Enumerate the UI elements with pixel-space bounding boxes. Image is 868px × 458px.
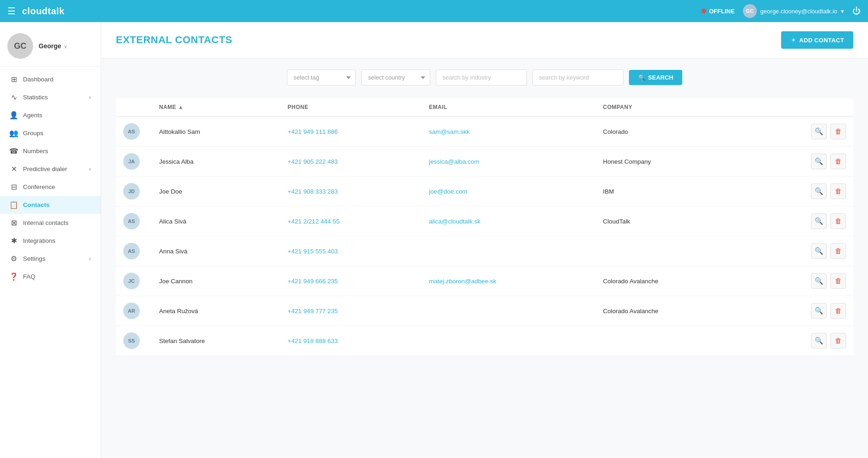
- contact-phone[interactable]: +421 905 222 483: [288, 158, 338, 165]
- contact-delete-button[interactable]: 🗑: [830, 183, 846, 199]
- contact-phone[interactable]: +421 949 111 886: [288, 128, 338, 135]
- contact-actions-cell: 🔍 🗑: [744, 116, 853, 147]
- sidebar-item-dashboard[interactable]: ⊞ Dashboard: [0, 70, 101, 88]
- power-button[interactable]: ⏻: [852, 6, 861, 16]
- contact-search-button[interactable]: 🔍: [811, 183, 827, 199]
- contact-phone[interactable]: +421 915 555 403: [288, 248, 338, 255]
- status-label: OFFLINE: [709, 8, 735, 15]
- contact-search-button[interactable]: 🔍: [811, 333, 827, 349]
- keyword-search-input[interactable]: [532, 69, 623, 86]
- contact-email-cell: alica@cloudtalk.sk: [422, 206, 596, 236]
- sidebar-item-predictive-dialer[interactable]: ✕ Predictive dialer ∨: [0, 160, 101, 178]
- table-row: JC Joe Cannon +421 949 666 235 matej.zbo…: [116, 266, 853, 296]
- internal-contacts-icon: ⊠: [9, 218, 18, 227]
- contact-delete-button[interactable]: 🗑: [830, 273, 846, 289]
- contact-name-cell: Anna Sivá: [152, 236, 280, 266]
- contact-name-cell: Jessica Alba: [152, 147, 280, 177]
- contact-email[interactable]: matej.zboron@adbee.sk: [429, 278, 497, 285]
- status-dot: [702, 9, 706, 13]
- contacts-tbody: AS Aittokallio Sam +421 949 111 886 sam@…: [116, 116, 853, 356]
- contact-phone[interactable]: +421 2/212 444 55: [288, 218, 340, 225]
- contact-avatar: AS: [123, 123, 140, 140]
- topbar-avatar: GC: [743, 4, 757, 18]
- th-name: NAME ▲: [152, 98, 280, 116]
- industry-search-input[interactable]: [436, 69, 527, 86]
- nav-caret-statistics: ∨: [88, 95, 91, 100]
- sidebar-item-groups[interactable]: 👥 Groups: [0, 124, 101, 142]
- contact-search-button[interactable]: 🔍: [811, 243, 827, 259]
- contact-delete-button[interactable]: 🗑: [830, 154, 846, 169]
- nav-label-groups: Groups: [23, 130, 43, 137]
- contact-email-cell: jessica@alba.com: [422, 147, 596, 177]
- agents-icon: 👤: [9, 111, 18, 120]
- user-menu[interactable]: GC george.clooney@cloudtalk.io ▾: [743, 4, 844, 18]
- contact-email[interactable]: jessica@alba.com: [429, 158, 480, 165]
- nav-label-statistics: Statistics: [23, 94, 48, 101]
- table-row: JA Jessica Alba +421 905 222 483 jessica…: [116, 147, 853, 177]
- th-company: COMPANY: [595, 98, 744, 116]
- menu-icon[interactable]: ☰: [7, 6, 16, 17]
- sidebar-item-statistics[interactable]: ∿ Statistics ∨: [0, 88, 101, 106]
- sidebar-item-contacts[interactable]: 📋 Contacts: [0, 196, 101, 214]
- contact-delete-button[interactable]: 🗑: [830, 124, 846, 139]
- contact-email[interactable]: sam@sam.skk: [429, 128, 470, 135]
- contact-avatar-cell: SS: [116, 326, 152, 356]
- contact-email[interactable]: alica@cloudtalk.sk: [429, 218, 480, 225]
- contact-search-button[interactable]: 🔍: [811, 303, 827, 319]
- contact-name-cell: Alica Sivá: [152, 206, 280, 236]
- nav-label-internal-contacts: Internal contacts: [23, 219, 69, 226]
- user-caret-icon: ▾: [841, 8, 844, 15]
- contact-email-cell: [422, 236, 596, 266]
- tag-filter[interactable]: select tag: [287, 69, 356, 86]
- contact-avatar: SS: [123, 332, 140, 349]
- th-avatar: [116, 98, 152, 116]
- contact-company-cell: [595, 326, 744, 356]
- contact-delete-button[interactable]: 🗑: [830, 333, 846, 349]
- table-row: AS Aittokallio Sam +421 949 111 886 sam@…: [116, 116, 853, 147]
- contact-phone[interactable]: +421 949 777 235: [288, 308, 338, 315]
- contact-avatar-cell: JC: [116, 266, 152, 296]
- search-button[interactable]: 🔍 SEARCH: [629, 70, 683, 85]
- country-filter[interactable]: select country: [361, 69, 430, 86]
- contact-actions-cell: 🔍 🗑: [744, 147, 853, 177]
- sidebar-item-agents[interactable]: 👤 Agents: [0, 106, 101, 124]
- contact-delete-button[interactable]: 🗑: [830, 303, 846, 319]
- contact-phone[interactable]: +421 918 888 633: [288, 338, 338, 344]
- contact-actions-cell: 🔍 🗑: [744, 326, 853, 356]
- contact-avatar-cell: AR: [116, 296, 152, 326]
- table-header-row: NAME ▲ PHONE EMAIL COMPANY: [116, 98, 853, 116]
- contact-email-cell: joe@doe.com: [422, 177, 596, 206]
- sidebar-item-internal-contacts[interactable]: ⊠ Internal contacts: [0, 214, 101, 232]
- sidebar-item-settings[interactable]: ⚙ Settings ∨: [0, 250, 101, 268]
- contact-name-cell: Aneta Ružová: [152, 296, 280, 326]
- contact-phone[interactable]: +421 949 666 235: [288, 278, 338, 285]
- contact-search-button[interactable]: 🔍: [811, 213, 827, 229]
- contact-search-button[interactable]: 🔍: [811, 273, 827, 289]
- table-row: SS Stefan Salvatore +421 918 888 633 🔍 🗑: [116, 326, 853, 356]
- topbar-right: OFFLINE GC george.clooney@cloudtalk.io ▾…: [702, 4, 861, 18]
- contact-avatar-cell: AS: [116, 116, 152, 147]
- contact-delete-button[interactable]: 🗑: [830, 213, 846, 229]
- layout: GC George ∨ ⊞ Dashboard ∿ Statistics ∨ 👤…: [0, 22, 868, 458]
- integrations-icon: ✱: [9, 236, 18, 245]
- contact-email-cell: matej.zboron@adbee.sk: [422, 266, 596, 296]
- sidebar-item-numbers[interactable]: ☎ Numbers: [0, 142, 101, 160]
- contact-phone[interactable]: +421 908 333 283: [288, 188, 338, 195]
- sidebar-item-conference[interactable]: ⊟ Conference: [0, 178, 101, 196]
- contact-phone-cell: +421 905 222 483: [280, 147, 422, 177]
- nav-label-integrations: Integrations: [23, 237, 56, 244]
- contact-name-cell: Joe Cannon: [152, 266, 280, 296]
- sidebar-item-integrations[interactable]: ✱ Integrations: [0, 232, 101, 250]
- contact-delete-button[interactable]: 🗑: [830, 243, 846, 259]
- th-phone: PHONE: [280, 98, 422, 116]
- contact-name-cell: Joe Doe: [152, 177, 280, 206]
- contact-search-button[interactable]: 🔍: [811, 124, 827, 139]
- contact-actions-cell: 🔍 🗑: [744, 236, 853, 266]
- contact-email[interactable]: joe@doe.com: [429, 188, 468, 195]
- nav-label-settings: Settings: [23, 255, 46, 262]
- contact-company-cell: CloudTalk: [595, 206, 744, 236]
- page-title: EXTERNAL CONTACTS: [116, 34, 232, 46]
- contact-search-button[interactable]: 🔍: [811, 154, 827, 169]
- add-contact-button[interactable]: ＋ ADD CONTACT: [781, 31, 853, 49]
- sidebar-item-faq[interactable]: ❓ FAQ: [0, 268, 101, 286]
